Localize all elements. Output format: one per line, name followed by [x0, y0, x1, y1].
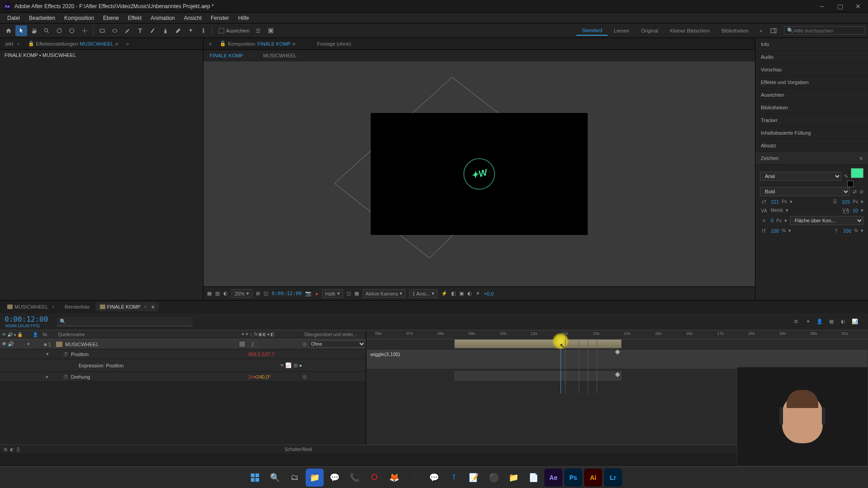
tabs-overflow[interactable]: »	[123, 39, 132, 48]
prop-expand[interactable]: ▾	[46, 351, 49, 357]
menu-komposition[interactable]: Komposition	[60, 14, 99, 23]
fill-color-swatch[interactable]	[851, 168, 863, 178]
panel-audio[interactable]: Audio	[755, 51, 868, 63]
graph-editor-toggle[interactable]: 📊	[851, 318, 859, 326]
text-tool[interactable]: T	[134, 25, 146, 36]
audio-column-icon[interactable]: 🔊	[7, 332, 13, 337]
taskbar-opera[interactable]: O	[365, 469, 383, 487]
rotate-tool[interactable]	[66, 25, 78, 36]
taskbar-taskview[interactable]: 🗂	[286, 469, 304, 487]
composition-tab[interactable]: 🔓 Komposition FINALE KOMP ≡	[216, 39, 299, 48]
tab-menu-icon[interactable]: ≡	[115, 41, 118, 47]
pickwhip-icon[interactable]: ◎	[302, 374, 307, 380]
taskbar[interactable]: 🔍 🗂 📁 💬 📞 O 🦊 人 💬 f 📝 ⚫ 📁 📄 Ae Ps Ai Lr	[0, 466, 868, 488]
hand-tool[interactable]	[28, 25, 40, 36]
minimize-button[interactable]: ─	[816, 2, 828, 11]
footage-tab[interactable]: Footage (ohne)	[313, 39, 354, 48]
menu-ansicht[interactable]: Ansicht	[179, 14, 206, 23]
timeline-timecode[interactable]: 0:00:12:00	[5, 315, 48, 324]
panel-inhaltsbasierte-füllung[interactable]: Inhaltsbasierte Füllung	[755, 127, 868, 139]
mask-toggle[interactable]: ◐	[223, 291, 228, 296]
pickwhip-icon[interactable]: ◎	[302, 341, 307, 347]
clone-tool[interactable]	[160, 25, 171, 36]
prop-expand[interactable]: ▸	[46, 374, 49, 379]
panel-bibliotheken[interactable]: Bibliotheken	[755, 101, 868, 114]
exposure-value[interactable]: +0,0	[484, 291, 494, 296]
eyedropper-icon[interactable]: ✎	[844, 174, 848, 179]
menu-bearbeiten[interactable]: Bearbeiten	[24, 14, 60, 23]
selection-tool[interactable]	[15, 25, 27, 36]
leading-value[interactable]: 325	[842, 199, 850, 205]
home-tool[interactable]	[3, 25, 14, 36]
taskbar-messenger[interactable]: 💬	[425, 469, 443, 487]
toggle-modes-icon[interactable]: ◐	[10, 447, 14, 452]
layer-switch[interactable]	[239, 341, 245, 347]
menu-animation[interactable]: Animation	[146, 14, 179, 23]
tab-menu-icon[interactable]: ≡	[151, 304, 154, 310]
workspace-more[interactable]: »	[755, 25, 767, 36]
pixel-aspect[interactable]: ▣	[459, 291, 464, 296]
draft-3d[interactable]: ✦	[804, 318, 812, 326]
font-weight-select[interactable]: Bold	[760, 187, 850, 196]
font-size-value[interactable]: 221	[771, 199, 779, 205]
transparency-toggle[interactable]: ▦	[354, 291, 359, 296]
viewer-timecode[interactable]: 0:00:12:00	[272, 291, 302, 296]
fast-preview[interactable]: ⚡	[441, 291, 448, 296]
close-icon[interactable]: ×	[52, 304, 55, 310]
timeline-tab-finale-komp[interactable]: FINALE KOMP×≡	[95, 302, 159, 311]
menu-ebene[interactable]: Ebene	[99, 14, 123, 23]
panel-ausrichten[interactable]: Ausrichten	[755, 89, 868, 101]
hscale-value[interactable]: 100	[843, 228, 851, 234]
camera-dropdown[interactable]: Aktive Kamera ▾	[363, 289, 406, 298]
workspace-original[interactable]: Original	[636, 26, 664, 35]
expr-pickwhip-icon[interactable]: ◎	[293, 362, 298, 368]
layer-name[interactable]: MUSICWHEEL	[54, 342, 239, 347]
eraser-tool[interactable]	[172, 25, 184, 36]
frame-blend-toggle[interactable]: ▦	[827, 318, 835, 326]
position-value[interactable]: 908,5,537,7	[248, 352, 274, 357]
taskbar-search[interactable]: 🔍	[266, 469, 284, 487]
prop-rotation[interactable]: Drehung	[71, 374, 90, 380]
stopwatch-icon[interactable]: ⏱	[63, 352, 68, 357]
taskbar-ps[interactable]: Ps	[564, 469, 582, 487]
layer-switch[interactable]	[245, 341, 251, 347]
taskbar-chat[interactable]: 💬	[326, 469, 344, 487]
taskbar-facebook[interactable]: f	[445, 469, 463, 487]
expr-language-icon[interactable]: ▸	[300, 362, 302, 368]
toggle-brackets-icon[interactable]: {}	[17, 447, 20, 452]
transparency-grid[interactable]: ▨	[215, 291, 220, 296]
rotation-value-turns[interactable]: 2x	[248, 374, 254, 380]
zoom-tool[interactable]	[41, 25, 52, 36]
comp-crumb-child[interactable]: MUSICWHEEL	[261, 51, 299, 60]
layer-switch[interactable]: /	[252, 341, 258, 347]
layer-visible-toggle[interactable]: 👁	[2, 341, 7, 347]
panel-tracker[interactable]: Tracker	[755, 114, 868, 127]
stroke-color-swatch[interactable]	[847, 181, 854, 187]
rotation-value-deg[interactable]: +240,0°	[254, 374, 271, 380]
workspace-lernen[interactable]: Lernen	[609, 26, 635, 35]
taskbar-whatsapp[interactable]: 📞	[345, 469, 363, 487]
snapshot-button[interactable]: 📷	[305, 291, 311, 296]
no-color-icon[interactable]: ⊘	[859, 189, 863, 195]
roi-toggle[interactable]: ◻	[347, 291, 351, 296]
close-icon[interactable]: ×	[17, 41, 19, 47]
rectangle-tool[interactable]	[96, 25, 108, 36]
start-button[interactable]	[246, 469, 264, 487]
ellipse-tool[interactable]	[109, 25, 121, 36]
comp-mini-flowchart[interactable]: ⧉	[792, 318, 800, 326]
anchor-tool[interactable]	[79, 25, 90, 36]
zoom-dropdown[interactable]: 25% ▾	[231, 289, 252, 298]
menu-fenster[interactable]: Fenster	[206, 14, 234, 23]
workspace-standard[interactable]: Standard	[576, 26, 608, 36]
swap-colors-icon[interactable]: ⇄	[853, 189, 857, 195]
views-dropdown[interactable]: 1 Ansi... ▾	[409, 289, 438, 298]
taskbar-firefox[interactable]: 🦊	[385, 469, 403, 487]
help-search[interactable]: 🔍	[784, 26, 865, 35]
column-parent[interactable]: Übergeordnet und verkn...	[302, 332, 366, 337]
layer-expand-toggle[interactable]: ▾	[27, 341, 30, 347]
font-family-select[interactable]: Arial	[760, 172, 841, 181]
taskbar-explorer[interactable]: 📁	[306, 469, 324, 487]
expr-graph-icon[interactable]: 📈	[285, 362, 292, 368]
panel-vorschau[interactable]: Vorschau	[755, 63, 868, 76]
orbit-tool[interactable]	[53, 25, 65, 36]
